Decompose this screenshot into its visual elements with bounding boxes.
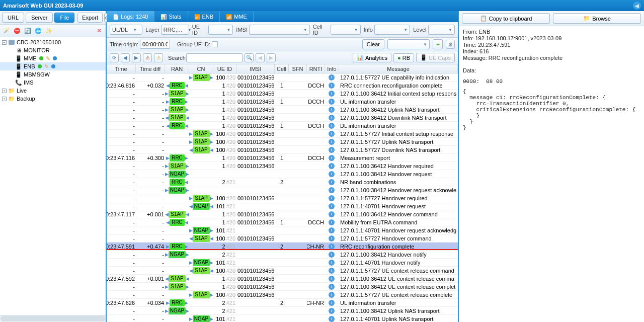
tree-node-backup[interactable]: +📁Backup — [0, 95, 106, 103]
info-icon[interactable]: i — [329, 235, 335, 242]
add-button[interactable]: ＋ — [433, 39, 443, 49]
col-message[interactable]: Message — [339, 64, 458, 73]
log-row[interactable]: 20:23:46.816+0.032◀RRC◀1#200010101234567… — [107, 82, 458, 90]
log-row[interactable]: --▶NGAP▶101#21i127.0.1.1:40701 Handover … — [107, 259, 458, 267]
col-time[interactable]: Time — [107, 64, 136, 73]
log-row[interactable]: --▶S1AP▶1#20001010123456789i127.0.1.100:… — [107, 162, 458, 170]
top-tab-logs[interactable]: 📄Logs: 1240 — [107, 11, 154, 22]
tree-node-monitor[interactable]: 🖥MONITOR — [0, 46, 106, 54]
col-ue-id[interactable]: UE ID — [213, 64, 236, 73]
log-row[interactable]: --▶S1AP▶100#20001010123456789i127.0.1.1:… — [107, 130, 458, 138]
top-tab-enb[interactable]: 📶ENB — [188, 11, 220, 22]
browse-button[interactable]: 📁Browse — [553, 13, 641, 24]
ueid-combo[interactable]: ▼ — [208, 25, 233, 35]
info-icon[interactable]: i — [329, 244, 335, 250]
col-cell[interactable]: Cell — [275, 64, 289, 73]
info-icon[interactable]: i — [329, 123, 335, 129]
info-icon[interactable]: i — [329, 115, 335, 121]
rb-button[interactable]: ●RB — [393, 53, 414, 62]
time-origin-input[interactable] — [140, 40, 170, 49]
info-icon[interactable]: i — [329, 260, 335, 266]
log-row[interactable]: --▶S1AP▶100#20001010123456789i127.0.1.1:… — [107, 73, 458, 82]
filter-gear-icon[interactable]: ⚙ — [446, 40, 455, 49]
log-row[interactable]: --◀S1AP◀100#20001010123456789i127.0.1.1:… — [107, 267, 458, 275]
info-icon[interactable]: i — [329, 139, 335, 145]
info-icon[interactable]: i — [329, 268, 335, 274]
info-icon[interactable]: i — [329, 187, 335, 193]
close-icon[interactable]: ✕ — [95, 27, 104, 34]
log-row[interactable]: --◀RRC◀1#200010101234567891DCCHiDL infor… — [107, 122, 458, 130]
log-row[interactable]: --▶NGAP▶101#21i127.0.1.1:40701 Handover … — [107, 226, 458, 234]
info-icon[interactable]: i — [329, 227, 335, 233]
tree-node-mme[interactable]: 📱MME✎ — [0, 54, 106, 62]
info-icon[interactable]: i — [329, 195, 335, 201]
layer-combo[interactable]: RRC,…▼ — [161, 25, 189, 35]
info-icon[interactable]: i — [329, 74, 335, 80]
tree-node-cbc-2021050100[interactable]: −CBC-2021050100 — [0, 38, 106, 46]
stop-icon[interactable]: ⛔ — [13, 26, 22, 35]
log-row[interactable]: --▶NGAP▶i127.0.1.100:38412 Handover requ… — [107, 186, 458, 194]
grid-body[interactable]: --▶S1AP▶100#20001010123456789i127.0.1.1:… — [107, 73, 458, 322]
log-row[interactable]: 20:23:47.591+0.474▶RRC▶2#212DCCH-NRiRRC … — [107, 243, 458, 251]
info-icon[interactable]: i — [329, 308, 335, 314]
log-row[interactable]: --▶NGAP▶i127.0.1.100:38412 Handover requ… — [107, 170, 458, 178]
log-row[interactable]: --◀S1AP◀1#20001010123456789i127.0.1.100:… — [107, 114, 458, 122]
top-tab-stats[interactable]: 📊Stats — [154, 11, 188, 22]
log-row[interactable]: 20:23:47.117+0.001◀S1AP◀1#20001010123456… — [107, 210, 458, 218]
log-row[interactable]: --◀S1AP◀100#20001010123456789i127.0.1.1:… — [107, 146, 458, 154]
imsi-combo[interactable]: ▼ — [249, 25, 310, 35]
info-icon[interactable]: i — [329, 131, 335, 137]
group-ueid-checkbox[interactable] — [212, 41, 218, 47]
log-row[interactable]: --▶RRC▶1#200010101234567891DCCHiUL infor… — [107, 98, 458, 106]
warn-yellow-icon[interactable]: ⚠ — [154, 53, 163, 62]
info-icon[interactable]: i — [329, 155, 335, 161]
tab-server[interactable]: Server — [26, 13, 53, 23]
info-combo[interactable]: ▼ — [374, 25, 410, 35]
search-input[interactable] — [186, 53, 243, 62]
col-rnti[interactable]: RNTI — [307, 64, 325, 73]
globe-icon[interactable]: 🌐 — [34, 26, 43, 35]
nav-fwd-icon[interactable]: ▶ — [132, 53, 141, 62]
log-row[interactable]: --▶NGAP▶101#21i127.0.1.1:40701 Uplink NA… — [107, 315, 458, 322]
log-row[interactable]: --◀S1AP◀100#20001010123456789i127.0.1.1:… — [107, 234, 458, 243]
col-imsi[interactable]: IMSI — [236, 64, 275, 73]
log-row[interactable]: --▶S1AP▶100#20001010123456789i127.0.1.1:… — [107, 138, 458, 146]
tree-node-live[interactable]: +📁Live — [0, 87, 106, 95]
col-cn[interactable]: CN — [189, 64, 213, 73]
tree-node-ims[interactable]: 📞IMS — [0, 78, 106, 87]
info-icon[interactable]: i — [329, 91, 335, 97]
log-row[interactable]: --RRC◀2#212iNR band combinations — [107, 178, 458, 186]
log-row[interactable]: 20:23:47.116+0.300▶RRC▶1#200010101234567… — [107, 154, 458, 162]
info-icon[interactable]: i — [329, 107, 335, 113]
info-icon[interactable]: i — [329, 211, 335, 217]
log-row[interactable]: --▶S1AP▶100#20001010123456789i127.0.1.1:… — [107, 194, 458, 202]
log-row[interactable]: 20:23:47.592+0.001◀S1AP◀1#20001010123456… — [107, 275, 458, 283]
level-combo[interactable]: ▼ — [428, 25, 455, 35]
info-icon[interactable]: i — [329, 171, 335, 177]
clear-combo[interactable]: ▼ — [387, 39, 430, 49]
info-icon[interactable]: i — [329, 99, 335, 105]
col-time-diff[interactable]: Time diff — [136, 64, 165, 73]
h-scrollbar[interactable] — [0, 315, 106, 322]
refresh-icon[interactable]: 🔄 — [23, 26, 32, 35]
uecaps-button[interactable]: 📱UE Caps — [416, 53, 455, 62]
col-ran[interactable]: RAN — [165, 64, 189, 73]
info-icon[interactable]: i — [329, 179, 335, 185]
tree-node-mbmsgw[interactable]: 📱MBMSGW — [0, 70, 106, 78]
log-row[interactable]: --◀RRC◀1#200010101234567891DCCHiMobility… — [107, 218, 458, 226]
analytics-button[interactable]: 📊Analytics — [353, 53, 391, 62]
log-row[interactable]: --▶S1AP▶100#20001010123456789i127.0.1.1:… — [107, 291, 458, 299]
search-prev-icon[interactable]: ◀ — [256, 53, 265, 62]
file-tree[interactable]: −CBC-2021050100🖥MONITOR📱MME✎📱ENB✎📱MBMSGW… — [0, 37, 106, 315]
spark-icon[interactable]: ✨ — [44, 26, 53, 35]
col-sfn[interactable]: SFN — [289, 64, 307, 73]
info-icon[interactable]: i — [329, 163, 335, 169]
info-icon[interactable]: i — [329, 219, 335, 225]
warn-red-icon[interactable]: ⚠ — [143, 53, 152, 62]
info-icon[interactable]: i — [329, 252, 335, 258]
tree-node-enb[interactable]: 📱ENB✎ — [0, 62, 106, 70]
reload-icon[interactable]: ⟳ — [110, 53, 119, 62]
log-row[interactable]: --◀NGAP◀101#21i127.0.1.1:40701 Handover … — [107, 202, 458, 210]
log-row[interactable]: --▶S1AP▶1#20001010123456789i127.0.1.100:… — [107, 106, 458, 114]
nav-back-icon[interactable]: ◀ — [121, 53, 130, 62]
